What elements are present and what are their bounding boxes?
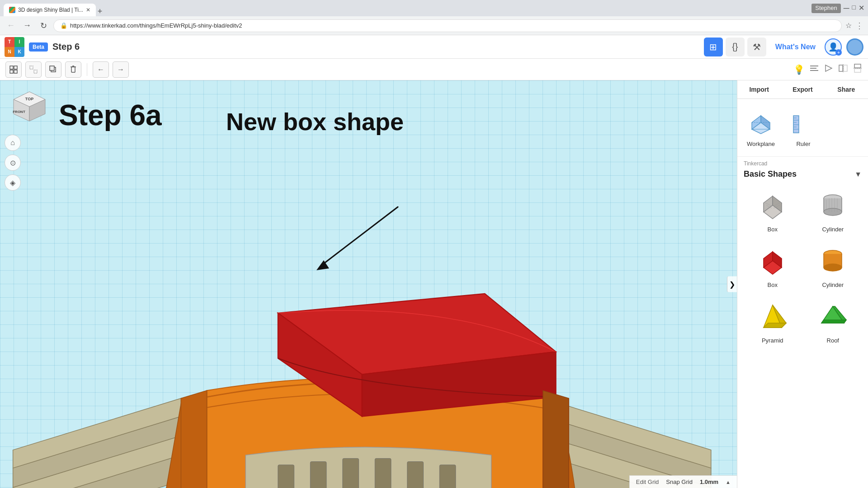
shape-item-pyramid[interactable]: Pyramid <box>744 295 802 347</box>
shape-item-box-gray[interactable]: Box <box>744 183 802 236</box>
redo-btn[interactable]: → <box>113 61 129 78</box>
logo-i: I <box>14 37 24 47</box>
logo-k: K <box>14 47 24 57</box>
tab-close-btn[interactable]: ✕ <box>86 7 90 13</box>
box-gray-label: Box <box>768 226 778 233</box>
basic-shapes-label: Basic Shapes <box>744 169 797 179</box>
svg-rect-36 <box>310 462 326 488</box>
mirror2-icon[interactable] <box>853 63 863 75</box>
align-icon[interactable] <box>809 63 819 75</box>
svg-rect-35 <box>278 465 294 488</box>
svg-point-82 <box>824 264 842 271</box>
duplicate-btn[interactable] <box>45 61 61 78</box>
url-input[interactable]: 🔒 https://www.tinkerkad.com/things/hEmEW… <box>53 19 842 32</box>
shape-item-roof[interactable]: Roof <box>804 295 862 347</box>
canvas-area[interactable]: TOP FRONT ⌂ ⊙ ◈ Step 6a New box shape <box>0 80 737 488</box>
shapes-dropdown-btn[interactable]: ▼ <box>854 170 862 178</box>
ruler-label: Ruler <box>796 141 810 147</box>
svg-rect-2 <box>10 70 13 73</box>
workplane-label: Workplane <box>747 141 775 147</box>
svg-rect-38 <box>375 458 391 488</box>
forward-btn[interactable]: → <box>21 21 33 30</box>
svg-rect-4 <box>30 66 33 69</box>
shape-item-cylinder-orange[interactable]: Cylinder <box>804 239 862 292</box>
box-red-icon <box>755 243 791 279</box>
shape-item-cylinder-gray[interactable]: Cylinder <box>804 183 862 236</box>
svg-marker-14 <box>826 65 832 71</box>
main-toolbar: ← → 💡 <box>0 59 868 80</box>
svg-rect-7 <box>50 66 54 70</box>
logo-t: T <box>5 37 14 47</box>
snap-value: 1.0mm <box>700 479 718 485</box>
mirror-icon[interactable] <box>838 63 848 75</box>
add-user-btn[interactable]: 👤 + <box>825 38 842 56</box>
svg-rect-39 <box>407 462 424 488</box>
left-wing <box>13 398 181 488</box>
shape-item-box-red[interactable]: Box <box>744 239 802 292</box>
avatar-inner <box>848 40 862 54</box>
step-title: Step 6 <box>52 42 80 52</box>
cylinder-orange-label: Cylinder <box>822 282 844 288</box>
code-view-btn[interactable]: {} <box>726 38 745 56</box>
undo-btn[interactable]: ← <box>93 61 109 78</box>
3d-model-svg <box>0 80 737 488</box>
pyramid-yellow-icon <box>755 298 791 334</box>
svg-rect-8 <box>71 67 75 72</box>
cylinder-orange-icon <box>815 243 851 279</box>
shapes-section: Tinkercad Basic Shapes ▼ <box>737 157 868 488</box>
import-btn[interactable]: Import <box>737 80 781 99</box>
roof-label: Roof <box>827 337 839 344</box>
app-header: T I N K Beta Step 6 ⊞ {} ⚒ What's New 👤 … <box>0 35 868 59</box>
tinkercad-label: Tinkercad <box>737 157 868 169</box>
lock-icon: 🔒 <box>60 22 67 29</box>
svg-rect-37 <box>343 458 359 488</box>
grid-view-btn[interactable]: ⊞ <box>704 38 723 56</box>
svg-rect-53 <box>793 116 799 133</box>
tool-view-btn[interactable]: ⚒ <box>747 38 766 56</box>
share-btn[interactable]: Share <box>825 80 868 99</box>
tinkercad-logo: T I N K <box>5 37 24 57</box>
svg-rect-0 <box>10 66 13 69</box>
shapes-grid: Box <box>737 183 868 347</box>
svg-marker-44 <box>181 390 207 488</box>
cylinder-gray-label: Cylinder <box>822 226 844 233</box>
box-gray-icon <box>755 187 791 223</box>
svg-rect-40 <box>439 465 456 488</box>
refresh-btn[interactable]: ↻ <box>37 21 50 31</box>
ruler-icon <box>789 108 818 137</box>
profile-avatar[interactable] <box>846 38 863 56</box>
workplane-ruler-section: Workplane Ruler <box>737 99 868 157</box>
beta-badge: Beta <box>29 42 48 52</box>
address-bar: ← → ↻ 🔒 https://www.tinkerkad.com/things… <box>0 16 868 35</box>
snap-grid-label: Snap Grid <box>666 479 693 485</box>
group-btn[interactable] <box>5 61 22 78</box>
delete-btn[interactable] <box>65 61 81 78</box>
cylinder-gray-icon <box>815 187 851 223</box>
workplane-item[interactable]: Workplane <box>746 108 775 147</box>
minimize-btn[interactable]: ─ <box>844 4 849 13</box>
menu-btn[interactable]: ⋮ <box>855 21 863 31</box>
whats-new-btn[interactable]: What's New <box>771 43 820 51</box>
export-btn[interactable]: Export <box>781 80 824 99</box>
ungroup-btn[interactable] <box>25 61 42 78</box>
snap-expand-btn[interactable]: ▲ <box>726 479 731 485</box>
close-btn[interactable]: ✕ <box>859 4 864 13</box>
window-controls: Stephen ─ □ ✕ <box>811 4 864 13</box>
light-icon[interactable]: 💡 <box>793 64 805 75</box>
user-name-badge: Stephen <box>811 4 840 13</box>
svg-rect-15 <box>839 65 843 71</box>
new-tab-btn[interactable]: + <box>98 7 103 16</box>
browser-tab[interactable]: 3D design Shiny Blad | Ti... ✕ <box>4 4 96 16</box>
panel-toggle-btn[interactable]: ❯ <box>727 277 737 292</box>
back-btn[interactable]: ← <box>5 21 17 30</box>
toolbar-right: 💡 <box>793 63 863 75</box>
edit-grid-btn[interactable]: Edit Grid <box>636 479 659 485</box>
ruler-item[interactable]: Ruler <box>789 108 818 147</box>
align2-icon[interactable] <box>824 63 834 75</box>
snap-grid-bar: Edit Grid Snap Grid 1.0mm ▲ <box>629 475 737 488</box>
panel-top-buttons: Import Export Share <box>737 80 868 99</box>
tab-area: 3D design Shiny Blad | Ti... ✕ + <box>4 0 808 16</box>
logo-n: N <box>5 47 14 57</box>
bookmark-btn[interactable]: ☆ <box>845 21 852 30</box>
maximize-btn[interactable]: □ <box>852 4 856 13</box>
